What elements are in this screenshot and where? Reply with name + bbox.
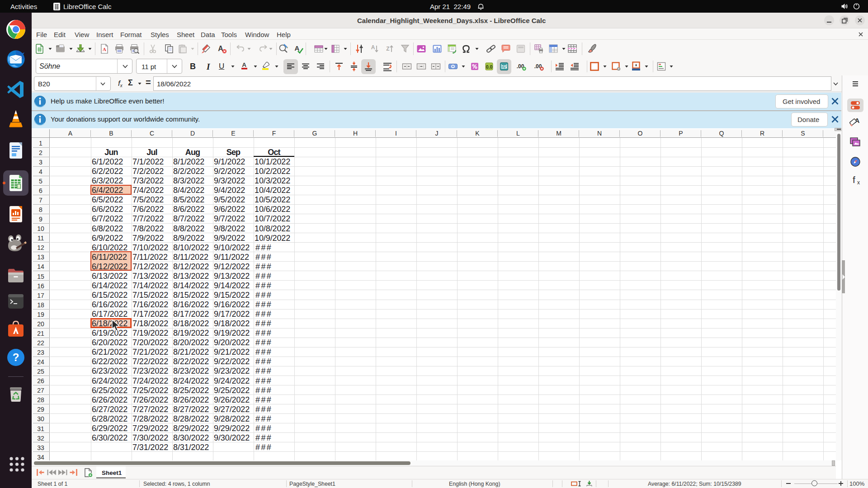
svg-text:f: f — [853, 175, 855, 185]
svg-text:x: x — [857, 179, 860, 186]
svg-text:15: 15 — [501, 65, 507, 70]
svg-text:0.0: 0.0 — [486, 64, 493, 70]
svg-text:A: A — [242, 61, 246, 68]
svg-text:?: ? — [13, 351, 19, 363]
svg-text:A: A — [103, 47, 106, 52]
svg-text:Z: Z — [386, 46, 389, 52]
svg-text:A: A — [295, 44, 300, 52]
svg-text:A: A — [371, 44, 375, 51]
